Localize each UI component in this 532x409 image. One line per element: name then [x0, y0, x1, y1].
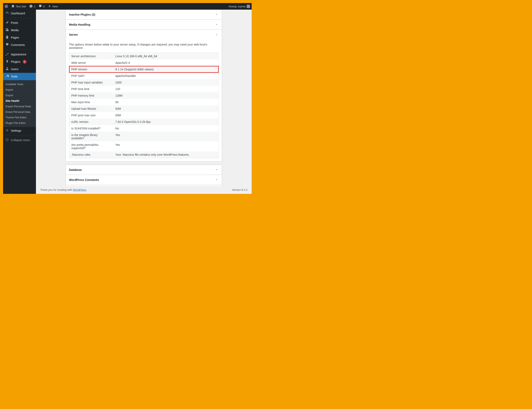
content-area: Inactive Plugins (2) Media Handling Serv…	[36, 10, 252, 194]
table-row: Upload max filesize50M	[69, 105, 218, 112]
menu-label: Collapse menu	[11, 138, 30, 142]
comment-icon	[5, 43, 9, 47]
row-label: Is SUHOSIN installed?	[69, 125, 113, 132]
row-label: PHP SAPI	[69, 73, 113, 79]
menu-appearance[interactable]: Appearance	[3, 51, 36, 58]
menu-comments[interactable]: Comments	[3, 41, 36, 49]
row-value: Yes	[113, 142, 218, 151]
wordpress-icon	[5, 5, 8, 9]
menu-dashboard[interactable]: Dashboard	[3, 10, 36, 17]
chevron-down-icon	[214, 23, 218, 27]
table-row: Server architectureLinux 5.10.166-0.x86_…	[69, 53, 218, 60]
updates-count: 1	[34, 5, 35, 8]
panel-title: Database	[69, 168, 82, 172]
account-link[interactable]: Howdy, iuyhwt	[227, 3, 252, 10]
panel-toggle-wp-constants[interactable]: WordPress Constants	[66, 175, 222, 185]
home-icon	[11, 5, 15, 9]
plugins-badge: 1	[23, 60, 27, 64]
panel-title: Inactive Plugins (2)	[69, 13, 95, 16]
row-value: No	[113, 125, 218, 132]
menu-label: Plugins	[11, 60, 20, 63]
row-value: 7.82.0 OpenSSL/1.0.2k-fips	[113, 118, 218, 125]
menu-collapse[interactable]: Collapse menu	[3, 136, 36, 144]
chevron-up-icon	[214, 33, 218, 37]
menu-media[interactable]: Media	[3, 27, 36, 34]
panel-title: Media Handling	[69, 23, 90, 26]
dashboard-icon	[5, 11, 9, 15]
table-row: Web serverApache/2.4	[69, 59, 218, 66]
site-name-link[interactable]: Test Site	[10, 3, 28, 10]
row-value: 50M	[113, 112, 218, 118]
submenu-theme-editor[interactable]: Theme File Editor	[3, 115, 36, 120]
row-value: 50M	[113, 105, 218, 112]
submenu-import[interactable]: Import	[3, 87, 36, 92]
panel-database: Database	[66, 165, 222, 175]
menu-label: Settings	[11, 129, 21, 132]
table-row: PHP post max size50M	[69, 112, 218, 118]
footer-version: Version 6.2.2	[232, 188, 247, 191]
row-label: PHP version	[69, 66, 113, 73]
new-link[interactable]: New	[46, 3, 59, 10]
panel-wp-constants: WordPress Constants	[66, 175, 222, 185]
row-value: 120	[113, 86, 218, 92]
panel-toggle-database[interactable]: Database	[66, 165, 222, 175]
chevron-down-icon	[214, 178, 218, 182]
comments-count: 0	[43, 5, 45, 8]
row-label: PHP time limit	[69, 86, 113, 92]
plus-icon	[48, 5, 51, 9]
row-label: PHP max input variables	[69, 79, 113, 86]
menu-label: Pages	[11, 36, 19, 39]
row-label: PHP memory limit	[69, 92, 113, 99]
menu-label: Comments	[11, 43, 25, 46]
avatar	[247, 5, 250, 8]
site-name-label: Test Site	[16, 5, 26, 8]
table-row: PHP version8.1.14 (Supports 64bit values…	[69, 66, 218, 73]
menu-pages[interactable]: Pages	[3, 34, 36, 41]
row-label: Upload max filesize	[69, 105, 113, 112]
media-icon	[5, 28, 9, 32]
row-label: PHP post max size	[69, 112, 113, 118]
wp-logo[interactable]	[3, 3, 10, 10]
admin-footer: Thank you for creating with WordPress. V…	[36, 186, 252, 194]
menu-label: Appearance	[11, 53, 27, 56]
table-row: PHP memory limit128M	[69, 92, 218, 99]
table-row: Are pretty permalinks supported?Yes	[69, 142, 218, 151]
table-row: PHP time limit120	[69, 86, 218, 92]
menu-plugins[interactable]: Plugins1	[3, 58, 36, 65]
updates-link[interactable]: 1	[28, 3, 37, 10]
row-label: Are pretty permalinks supported?	[69, 142, 113, 151]
panel-title: Server	[69, 33, 78, 36]
footer-thanks: Thank you for creating with WordPress.	[40, 188, 87, 191]
panel-server: Server The options shown below relate to…	[66, 29, 222, 162]
row-label: .htaccess rules	[69, 151, 113, 158]
sliders-icon	[5, 129, 9, 133]
submenu-available-tools[interactable]: Available Tools	[3, 82, 36, 87]
server-table: Server architectureLinux 5.10.166-0.x86_…	[69, 53, 218, 158]
panel-toggle-inactive-plugins[interactable]: Inactive Plugins (2)	[66, 10, 222, 19]
table-row: Max input time90	[69, 99, 218, 105]
chevron-down-icon	[214, 12, 218, 17]
panel-toggle-server[interactable]: Server	[66, 30, 222, 40]
submenu-plugin-editor[interactable]: Plugin File Editor	[3, 120, 36, 126]
admin-bar: Test Site 1 0 New Howdy, iuyhwt	[3, 3, 252, 10]
submenu-export[interactable]: Export	[3, 92, 36, 98]
wordpress-link[interactable]: WordPress	[73, 188, 86, 191]
table-row: .htaccess rulesYour .htaccess file conta…	[69, 151, 218, 158]
panel-toggle-media-handling[interactable]: Media Handling	[66, 20, 222, 29]
row-value: apache2handler	[113, 73, 218, 79]
menu-posts[interactable]: Posts	[3, 19, 36, 27]
row-value: Yes	[113, 132, 218, 142]
howdy-label: Howdy, iuyhwt	[228, 5, 246, 8]
comments-link[interactable]: 0	[37, 3, 46, 10]
comment-icon	[39, 5, 42, 9]
menu-users[interactable]: Users	[3, 65, 36, 73]
row-value: 90	[113, 99, 218, 105]
menu-settings[interactable]: Settings	[3, 127, 36, 134]
submenu-export-personal[interactable]: Export Personal Data	[3, 104, 36, 109]
submenu-site-health[interactable]: Site Health	[3, 98, 36, 104]
row-value: 128M	[113, 92, 218, 99]
submenu-erase-personal[interactable]: Erase Personal Data	[3, 109, 36, 115]
menu-label: Dashboard	[11, 12, 25, 15]
plug-icon	[5, 60, 9, 64]
menu-tools[interactable]: Tools	[3, 73, 36, 80]
